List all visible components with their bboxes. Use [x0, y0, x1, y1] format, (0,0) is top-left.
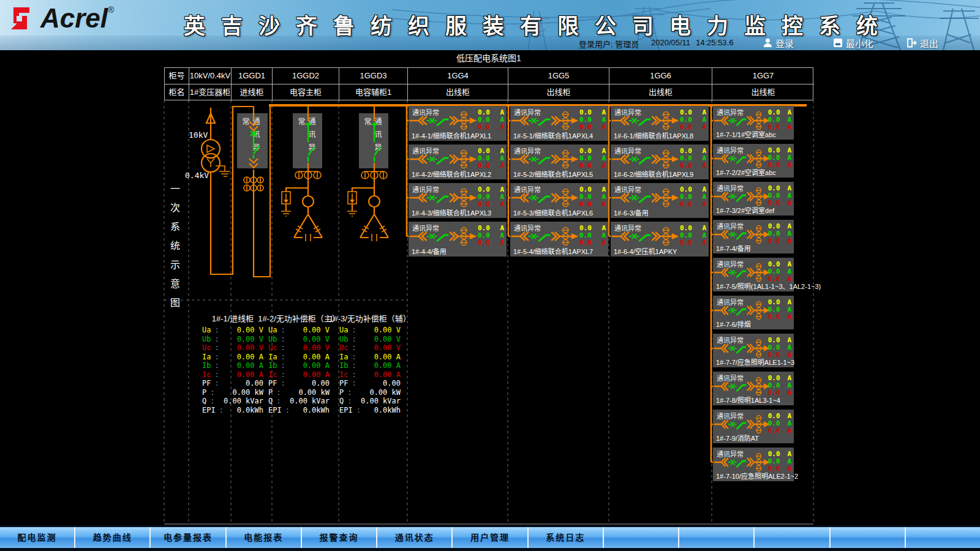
meter-label: Q: [339, 397, 344, 405]
meter-value: 0.0kWh: [303, 406, 330, 415]
nav-button[interactable]: [906, 527, 980, 548]
meter-row: PF: 0.00: [202, 379, 263, 388]
feeder-panel[interactable]: 通讯异常 0.0 A 0.0 A 0.0 A 1#-5-1/细络联合机1APXL…: [510, 106, 608, 141]
feeder-label: 1#-5-2/细络联合机1APXL5: [513, 169, 593, 179]
meter-row: Ub: 0.00 V: [202, 335, 263, 344]
feeder-panel[interactable]: 通讯异常 0.0 A 0.0 A 0.0 A 1#-6-1/细络联合机1APXL…: [611, 106, 709, 141]
meter-label: P: [339, 388, 344, 397]
cabinet-name: 出线柜: [712, 84, 814, 101]
feeder-panel[interactable]: 通讯异常 0.0 A 0.0 A 0.0 A 1#-7-6/排烟: [713, 296, 794, 329]
time-display: 14:25:53.6: [696, 38, 733, 47]
feeder-column-1gg5: 通讯异常 0.0 A 0.0 A 0.0 A 1#-5-1/细络联合机1APXL…: [510, 106, 608, 260]
meter-panel-comp-aux: 1#-3/无功补偿柜（辅） Ua: 0.00 V Ub: 0.00 V Uc: …: [339, 326, 401, 414]
meter-value: 0.0kWh: [237, 406, 263, 415]
feeder-label: 1#-7-1/1#空调室abc: [716, 129, 776, 139]
meter-separator: :: [281, 343, 285, 352]
meter-label: Ub: [202, 335, 211, 343]
meter-label: Ib: [202, 361, 211, 370]
nav-button[interactable]: 用户管理: [453, 527, 528, 548]
meter-row: Ib: 0.00 A: [339, 361, 401, 370]
feeder-panel[interactable]: 通讯异常 0.0 A 0.0 A 0.0 A 1#-4-2/细络联合机1APXL…: [409, 144, 507, 179]
nav-button[interactable]: 通讯状态: [377, 527, 453, 548]
phase-c-current: 0.0: [758, 237, 780, 245]
feeder-panel[interactable]: 通讯异常 0.0 A 0.0 A 0.0 A 1#-7-4/备用: [713, 220, 794, 253]
meter-separator: :: [214, 379, 219, 388]
meter-separator: :: [210, 397, 214, 405]
feeder-label: 1#-6-4/空压机1APKY: [614, 246, 677, 256]
feeder-panel[interactable]: 通讯异常 0.0 A 0.0 A 0.0 A 1#-6-2/细络联合机1APXL…: [611, 144, 709, 179]
feeder-panel[interactable]: 通讯异常 0.0 A 0.0 A 0.0 A 1#-5-4/细络联合机1APXL…: [510, 222, 608, 257]
meter-row: P: 0.00 kW: [268, 388, 330, 397]
feeder-panel[interactable]: 通讯异常 0.0 A 0.0 A 0.0 A 1#-7-9/消防AT: [713, 410, 794, 443]
meter-row: PF: 0.00: [339, 379, 401, 388]
meter-label: Ua: [268, 326, 277, 334]
cabinet-no: 1GG4: [408, 68, 508, 84]
login-button[interactable]: 登录: [763, 36, 794, 50]
meter-value: 0.00 kVar: [361, 397, 401, 406]
nav-button[interactable]: 系统日志: [529, 527, 604, 548]
feeder-panel[interactable]: 通讯异常 0.0 A 0.0 A 0.0 A 1#-4-3/细络联合机1APXL…: [409, 183, 507, 218]
feeder-panel[interactable]: 通讯异常 0.0 A 0.0 A 0.0 A 1#-7-1/1#空调室abc: [713, 106, 794, 140]
phase-c-unit: A: [787, 123, 791, 131]
feeder-panel[interactable]: 通讯异常 0.0 A 0.0 A 0.0 A 1#-6-4/空压机1APKY: [611, 222, 709, 257]
feeder-panel[interactable]: 通讯异常 0.0 A 0.0 A 0.0 A 1#-7-10/应急照明ALE2-…: [713, 448, 794, 481]
nav-button[interactable]: [604, 527, 679, 548]
feeder-label: 1#-5-1/细络联合机1APXL4: [513, 130, 593, 140]
meter-separator: :: [276, 397, 281, 405]
feeder-panel[interactable]: 通讯异常 0.0 A 0.0 A 0.0 A 1#-5-3/细络联合机1APXL…: [510, 183, 608, 218]
feeder-label: 1#-7-7/应急照明ALE1-1~3: [716, 357, 794, 367]
nav-button[interactable]: 报警查询: [302, 527, 377, 548]
meter-separator: :: [347, 388, 352, 397]
scada-screen: Acrel ® 英吉沙齐鲁纺织服装有限公司电力监控系统 登录用户: 管理员 20…: [0, 0, 980, 551]
nav-button[interactable]: 电能报表: [227, 527, 302, 548]
lv-label: 0.4kV: [185, 171, 209, 180]
meter-row: Ub: 0.00 V: [339, 335, 401, 344]
meter-row: Ib: 0.00 A: [202, 361, 263, 370]
feeder-panel[interactable]: 通讯异常 0.0 A 0.0 A 0.0 A 1#-7-5/照明(1AL1-1~…: [713, 258, 794, 291]
meter-row: Uc: 0.00 V: [268, 343, 330, 353]
meter-row: EPI: 0.0kWh: [339, 406, 401, 415]
meter-separator: :: [281, 335, 285, 343]
meter-row: Ic: 0.00 A: [339, 370, 401, 380]
phase-c-unit: A: [702, 200, 706, 208]
meter-separator: :: [352, 343, 356, 352]
feeder-column-1gg6: 通讯异常 0.0 A 0.0 A 0.0 A 1#-6-1/细络联合机1APXL…: [611, 106, 709, 260]
feeder-panel[interactable]: 通讯异常 0.0 A 0.0 A 0.0 A 1#-4-4/备用: [409, 222, 507, 257]
feeder-panel[interactable]: 通讯异常 0.0 A 0.0 A 0.0 A 1#-7-3/2#空调室def: [713, 182, 794, 216]
nav-button[interactable]: 配电监测: [0, 527, 75, 548]
incoming-breaker-box[interactable]: 通讯异常: [237, 113, 268, 168]
nav-button[interactable]: [679, 527, 755, 548]
feeder-panel[interactable]: 通讯异常 0.0 A 0.0 A 0.0 A 1#-5-2/细络联合机1APXL…: [510, 144, 608, 179]
meter-row: Ia: 0.00 A: [268, 353, 330, 362]
feeder-panel[interactable]: 通讯异常 0.0 A 0.0 A 0.0 A 1#-6-3/备用: [611, 183, 709, 218]
phase-c-unit: A: [787, 389, 791, 397]
feeder-panel[interactable]: 通讯异常 0.0 A 0.0 A 0.0 A 1#-7-2/2#空调室abc: [713, 144, 794, 178]
meter-panel-title: 1#-3/无功补偿柜（辅）: [329, 312, 411, 324]
cabinet-name: 进线柜: [232, 84, 273, 101]
minimize-button[interactable]: 最小化: [833, 36, 873, 50]
feeder-panel[interactable]: 通讯异常 0.0 A 0.0 A 0.0 A 1#-7-8/照明1AL3-1~4: [713, 372, 794, 405]
nav-button[interactable]: [755, 527, 830, 548]
meter-label: Uc: [268, 343, 277, 352]
feeder-panel[interactable]: 通讯异常 0.0 A 0.0 A 0.0 A 1#-7-7/应急照明ALE1-1…: [713, 334, 794, 367]
meter-label: Ua: [202, 326, 211, 334]
meter-value: 0.00 kW: [298, 388, 330, 397]
capacitor-main-switch-box[interactable]: 通讯异常: [293, 113, 322, 168]
meter-row: Ic: 0.00 A: [268, 370, 330, 380]
meter-separator: :: [285, 406, 290, 414]
meter-separator: :: [356, 406, 361, 414]
feeder-panel[interactable]: 通讯异常 0.0 A 0.0 A 0.0 A 1#-4-1/细络联合机1APXL…: [409, 106, 507, 141]
phase-c-current: 0.0: [758, 427, 780, 435]
exit-button[interactable]: 退出: [907, 36, 938, 50]
page-title: 低压配电系统图1: [164, 51, 813, 64]
nav-button[interactable]: 趋势曲线: [75, 527, 151, 548]
capacitor-aux-switch-box[interactable]: 通讯异常: [359, 113, 388, 168]
diagram-side-label: 一次系统示意图: [167, 184, 181, 317]
meter-row: Uc: 0.00 V: [339, 343, 401, 353]
nav-button[interactable]: [831, 527, 906, 548]
phase-c-unit: A: [702, 162, 706, 170]
cabinet-no-row-label: 柜号: [165, 68, 189, 84]
cabinet-no: 1GGD2: [273, 68, 339, 84]
nav-button[interactable]: 电参量报表: [151, 527, 226, 548]
bottom-nav-bar: 配电监测 趋势曲线 电参量报表 电能报表 报警查询 通讯状态 用户管理 系统日志: [0, 525, 980, 551]
